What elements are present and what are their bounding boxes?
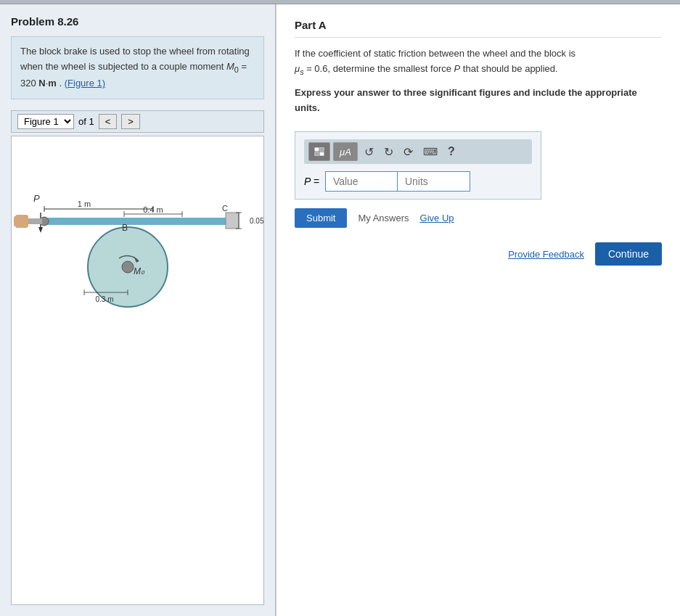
dim03m-label: 0.3 m xyxy=(95,295,113,303)
figure-next-button[interactable]: > xyxy=(121,114,140,129)
svg-rect-13 xyxy=(226,213,239,229)
of-text: of 1 xyxy=(78,116,94,127)
undo-button[interactable]: ↺ xyxy=(361,144,377,160)
dim04m-label: 0.4 m xyxy=(143,205,163,214)
grid-icon-button[interactable] xyxy=(308,142,330,161)
mu-button[interactable]: μA xyxy=(333,142,358,161)
problem-text-1: If the coefficient of static friction be… xyxy=(295,46,662,78)
keyboard-button[interactable]: ⌨ xyxy=(419,144,441,159)
p-label-fig: P xyxy=(33,193,40,204)
figure-select[interactable]: Figure 1 xyxy=(17,114,74,129)
give-up-link[interactable]: Give Up xyxy=(420,213,454,223)
description-text: The block brake is used to stop the whee… xyxy=(20,46,250,89)
figure-prev-button[interactable]: < xyxy=(99,114,118,129)
b-label-fig: B xyxy=(122,223,128,233)
redo-button[interactable]: ↻ xyxy=(380,144,397,160)
svg-marker-2 xyxy=(38,227,43,233)
submit-button[interactable]: Submit xyxy=(295,208,347,228)
svg-rect-10 xyxy=(26,218,42,224)
figure-area: P 1 m 0.4 m xyxy=(11,136,264,606)
dim005m-label: 0.05 m xyxy=(250,217,264,225)
svg-rect-12 xyxy=(14,216,18,226)
dim1m-label: 1 m xyxy=(78,200,91,208)
provide-feedback-link[interactable]: Provide Feedback xyxy=(508,249,584,260)
svg-rect-0 xyxy=(44,218,233,225)
figure-svg: P 1 m 0.4 m xyxy=(12,136,264,311)
figure-controls: Figure 1 of 1 < > xyxy=(11,110,264,133)
toolbar: μA ↺ ↻ ⟳ ⌨ ? xyxy=(304,139,532,164)
svg-rect-24 xyxy=(320,148,324,152)
m0-label-fig: M₀ xyxy=(134,266,145,276)
express-instruction: Express your answer to three significant… xyxy=(295,86,662,116)
feedback-row: Provide Feedback Continue xyxy=(295,242,662,266)
p-equals-label: P = xyxy=(304,176,319,187)
refresh-button[interactable]: ⟳ xyxy=(400,144,417,160)
value-input[interactable] xyxy=(325,171,398,192)
problem-title: Problem 8.26 xyxy=(11,15,264,28)
problem-description: The block brake is used to stop the whee… xyxy=(11,36,264,99)
continue-button[interactable]: Continue xyxy=(595,242,662,266)
units-input[interactable] xyxy=(398,171,470,192)
right-panel: Part A If the coefficient of static fric… xyxy=(276,4,680,616)
svg-point-18 xyxy=(122,261,134,273)
help-button[interactable]: ? xyxy=(444,144,459,160)
submit-row: Submit My Answers Give Up xyxy=(295,208,662,228)
input-row: P = xyxy=(304,171,532,192)
figure-link[interactable]: (Figure 1) xyxy=(65,78,105,89)
my-answers-label: My Answers xyxy=(358,213,409,223)
part-title: Part A xyxy=(295,19,662,38)
svg-rect-23 xyxy=(315,148,319,152)
answer-box: μA ↺ ↻ ⟳ ⌨ ? P = xyxy=(295,131,541,200)
svg-rect-26 xyxy=(320,152,324,156)
c-label-fig: C xyxy=(222,204,228,213)
svg-rect-25 xyxy=(315,152,319,156)
